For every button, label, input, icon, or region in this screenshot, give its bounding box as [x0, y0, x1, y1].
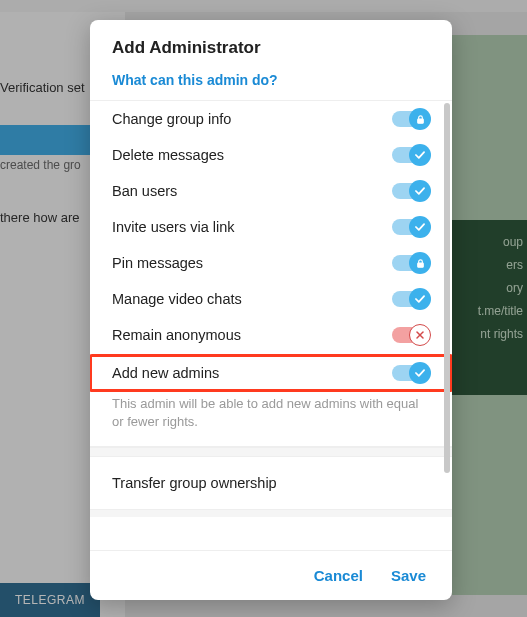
save-button[interactable]: Save: [391, 567, 426, 584]
add-administrator-modal: Add Administrator What can this admin do…: [90, 20, 452, 600]
check-icon: [409, 144, 431, 166]
permission-row-manage_vc: Manage video chats: [90, 281, 452, 317]
close-icon: [409, 324, 431, 346]
toggle-invite_link[interactable]: [392, 219, 428, 235]
toggle-manage_vc[interactable]: [392, 291, 428, 307]
svg-rect-1: [417, 263, 423, 267]
permission-row-ban_users: Ban users: [90, 173, 452, 209]
transfer-ownership-item[interactable]: Transfer group ownership: [90, 457, 452, 509]
check-icon: [409, 288, 431, 310]
modal-subtitle: What can this admin do?: [90, 64, 452, 101]
permission-label: Add new admins: [112, 365, 219, 381]
toggle-delete_msgs[interactable]: [392, 147, 428, 163]
toggle-add_admins[interactable]: [392, 365, 428, 381]
check-icon: [409, 216, 431, 238]
permission-label: Ban users: [112, 183, 177, 199]
permission-row-add_admins: Add new admins: [90, 355, 452, 391]
permission-label: Change group info: [112, 111, 231, 127]
cancel-button[interactable]: Cancel: [314, 567, 363, 584]
check-icon: [409, 180, 431, 202]
toggle-change_info[interactable]: [392, 111, 428, 127]
svg-rect-0: [417, 119, 423, 123]
modal-footer: Cancel Save: [90, 550, 452, 600]
admin-hint-text: This admin will be able to add new admin…: [90, 391, 452, 447]
lock-icon: [409, 108, 431, 130]
scrollbar-thumb[interactable]: [444, 103, 450, 473]
toggle-pin_msgs[interactable]: [392, 255, 428, 271]
permission-label: Invite users via link: [112, 219, 235, 235]
permission-row-delete_msgs: Delete messages: [90, 137, 452, 173]
permission-row-change_info: Change group info: [90, 101, 452, 137]
permission-row-pin_msgs: Pin messages: [90, 245, 452, 281]
check-icon: [409, 362, 431, 384]
permission-label: Manage video chats: [112, 291, 242, 307]
permission-label: Delete messages: [112, 147, 224, 163]
lock-icon: [409, 252, 431, 274]
permission-row-invite_link: Invite users via link: [90, 209, 452, 245]
permissions-scroll: Change group infoDelete messagesBan user…: [90, 101, 452, 550]
permission-label: Remain anonymous: [112, 327, 241, 343]
permission-label: Pin messages: [112, 255, 203, 271]
toggle-ban_users[interactable]: [392, 183, 428, 199]
toggle-anonymous[interactable]: [392, 327, 428, 343]
permission-row-anonymous: Remain anonymous: [90, 317, 452, 353]
modal-title: Add Administrator: [90, 20, 452, 64]
